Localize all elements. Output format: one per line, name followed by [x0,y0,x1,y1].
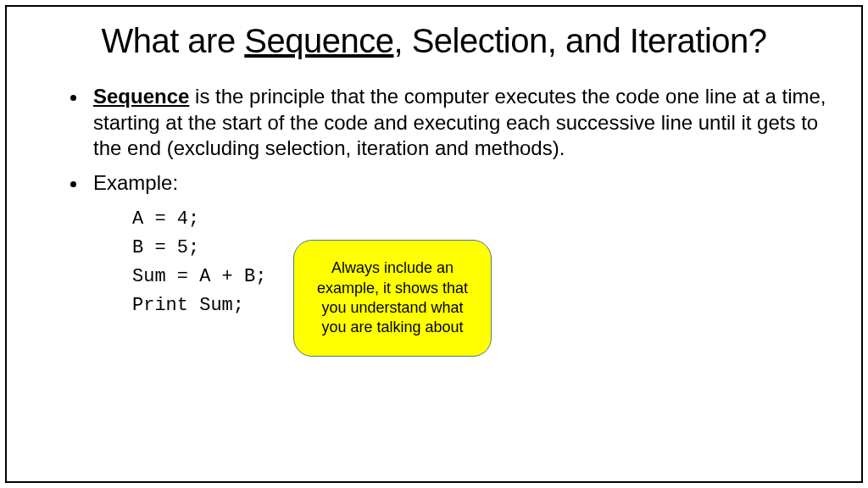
definition-term: Sequence [93,85,189,108]
definition-body: is the principle that the computer execu… [93,85,826,159]
bullet-item-2: Example: [88,170,827,197]
slide-title: What are Sequence, Selection, and Iterat… [41,22,827,60]
title-underlined-word: Sequence [244,22,393,59]
slide-frame: What are Sequence, Selection, and Iterat… [5,5,863,483]
bullet-item-1: Sequence is the principle that the compu… [88,84,827,162]
title-suffix: , Selection, and Iteration? [393,22,766,59]
callout-note: Always include an example, it shows that… [293,240,492,357]
title-prefix: What are [101,22,244,59]
bullet-list: Sequence is the principle that the compu… [41,84,827,197]
callout-text: Always include an example, it shows that… [308,258,477,338]
